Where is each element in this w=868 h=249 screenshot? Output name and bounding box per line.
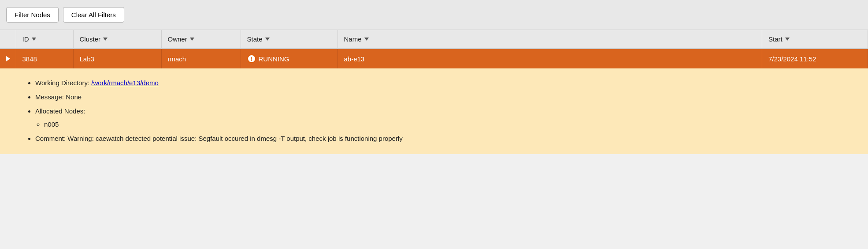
expand-arrow-icon[interactable] — [6, 56, 10, 61]
comment-val: Warning: caewatch detected potential iss… — [67, 135, 402, 142]
table-row[interactable]: 3848 Lab3 rmach ! RUNNING ab-e13 — [0, 49, 868, 68]
allocated-nodes-label: Allocated Nodes: — [35, 107, 85, 115]
col-header-cluster: Cluster — [73, 30, 161, 49]
row-owner-value: rmach — [168, 55, 186, 63]
row-owner-cell: rmach — [161, 49, 241, 68]
clear-all-filters-button[interactable]: Clear All Filters — [63, 7, 124, 23]
detail-content: Working Directory: /work/rmach/e13/demo … — [26, 76, 850, 145]
table-wrapper: ID Cluster Owner — [0, 30, 868, 154]
row-start-cell: 7/23/2024 11:52 — [762, 49, 868, 68]
table-header-row: ID Cluster Owner — [0, 30, 868, 49]
col-header-id: ID — [16, 30, 73, 49]
toolbar: Filter Nodes Clear All Filters — [0, 0, 868, 30]
nodes-list: n005 — [35, 118, 850, 131]
row-id-cell: 3848 — [16, 49, 73, 68]
col-header-name: Name — [338, 30, 762, 49]
row-name-value: ab-e13 — [344, 55, 365, 63]
node-item: n005 — [44, 118, 850, 131]
col-header-owner: Owner — [161, 30, 241, 49]
col-owner-label: Owner — [168, 35, 187, 43]
row-id-value: 3848 — [22, 55, 37, 63]
row-start-value: 7/23/2024 11:52 — [768, 55, 816, 63]
filter-nodes-button[interactable]: Filter Nodes — [6, 7, 59, 23]
detail-list: Working Directory: /work/rmach/e13/demo … — [26, 76, 850, 145]
row-state-cell: ! RUNNING — [241, 49, 338, 68]
message-label: Message: — [35, 93, 64, 101]
comment-label: Comment: — [35, 135, 66, 142]
detail-row: Working Directory: /work/rmach/e13/demo … — [0, 68, 868, 154]
owner-filter-icon[interactable] — [190, 38, 194, 41]
col-id-label: ID — [22, 35, 29, 43]
col-state-label: State — [247, 35, 263, 43]
node-value: n005 — [44, 121, 59, 128]
row-cluster-cell: Lab3 — [73, 49, 161, 68]
id-filter-icon[interactable] — [32, 38, 36, 41]
col-name-label: Name — [344, 35, 362, 43]
start-filter-icon[interactable] — [785, 38, 790, 41]
allocated-nodes-item: Allocated Nodes: n005 — [35, 105, 850, 131]
message-item: Message: None — [35, 91, 850, 104]
row-state-value: RUNNING — [259, 55, 289, 63]
state-filter-icon[interactable] — [265, 38, 270, 41]
col-header-expand — [0, 30, 16, 49]
col-start-label: Start — [768, 35, 783, 43]
working-directory-item: Working Directory: /work/rmach/e13/demo — [35, 76, 850, 90]
working-directory-link[interactable]: /work/rmach/e13/demo — [91, 79, 159, 87]
comment-item: Comment: Warning: caewatch detected pote… — [35, 132, 850, 145]
running-warning-icon: ! — [247, 54, 256, 63]
cluster-filter-icon[interactable] — [103, 38, 108, 41]
row-expand-cell[interactable] — [0, 49, 16, 68]
col-cluster-label: Cluster — [80, 35, 101, 43]
row-cluster-value: Lab3 — [80, 55, 94, 63]
name-filter-icon[interactable] — [364, 38, 369, 41]
row-name-cell: ab-e13 — [338, 49, 762, 68]
working-directory-label: Working Directory: — [35, 79, 89, 87]
col-header-start: Start — [762, 30, 868, 49]
message-val: None — [66, 93, 82, 101]
col-header-state: State — [241, 30, 338, 49]
detail-cell: Working Directory: /work/rmach/e13/demo … — [0, 68, 868, 154]
